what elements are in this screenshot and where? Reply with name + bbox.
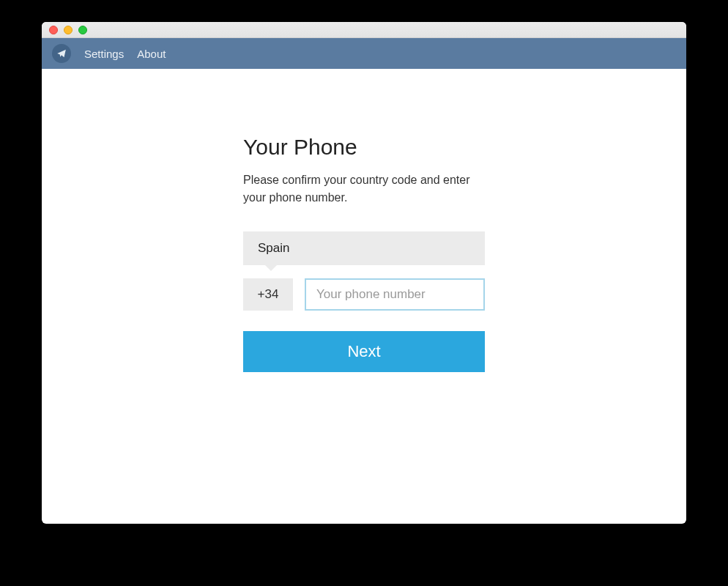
telegram-icon[interactable]	[52, 44, 71, 63]
window-maximize-button[interactable]	[78, 26, 87, 34]
country-code-value: +34	[258, 287, 279, 302]
page-subtitle: Please confirm your country code and ent…	[243, 171, 485, 207]
menu-settings[interactable]: Settings	[84, 48, 124, 60]
titlebar	[42, 22, 686, 38]
next-button[interactable]: Next	[243, 331, 485, 372]
menu-about[interactable]: About	[137, 48, 166, 60]
next-button-label: Next	[347, 342, 380, 361]
phone-number-input[interactable]	[305, 278, 485, 311]
phone-row: +34	[243, 278, 485, 311]
country-select-value: Spain	[258, 241, 289, 256]
phone-form: Your Phone Please confirm your country c…	[243, 135, 485, 372]
app-window: Settings About Your Phone Please confirm…	[42, 22, 686, 524]
country-select[interactable]: Spain	[243, 231, 485, 265]
page-title: Your Phone	[243, 135, 485, 160]
country-code-field[interactable]: +34	[243, 278, 293, 311]
menubar: Settings About	[42, 38, 686, 69]
window-minimize-button[interactable]	[64, 26, 73, 34]
content-area: Your Phone Please confirm your country c…	[42, 69, 686, 524]
window-close-button[interactable]	[49, 26, 58, 34]
